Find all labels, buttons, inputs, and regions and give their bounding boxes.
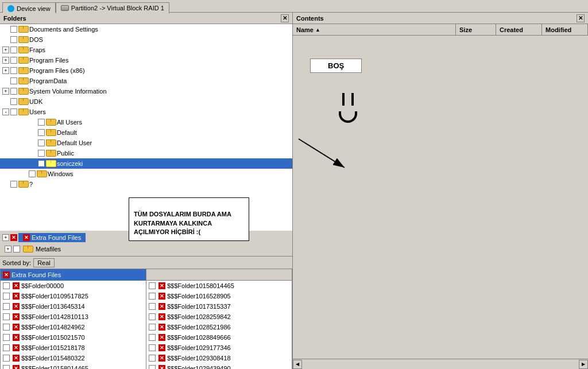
list-item[interactable]: ✕ $$$Folder1015021570 [1,332,146,343]
list-item[interactable]: ✕ $$$Folder1017315337 [146,301,292,312]
folder-icon-default [46,129,55,136]
tree-item-progdata[interactable]: ProgramData [0,76,292,86]
folders-close-button[interactable]: ✕ [281,14,289,22]
checkbox-fraps[interactable] [10,46,17,53]
tree-item-progfiles[interactable]: + Program Files [0,55,292,65]
checkbox-windows[interactable] [29,170,36,177]
list-item[interactable]: ✕ $$$Folder1015218178 [1,343,146,353]
plus-btn-eff[interactable]: + [2,234,9,241]
metafiles-row[interactable]: + Metafiles [2,243,290,255]
list-item[interactable]: ✕ $$$Folder1029439490 [146,363,292,369]
eff-row[interactable]: + ✕ ✕ Extra Found Files TÜM DOSYALARIM B… [2,232,290,243]
list-item[interactable]: ✕ $$$Folder10158014465 [146,281,292,291]
checkbox[interactable] [3,355,10,362]
checkbox[interactable] [3,344,10,351]
tree-item-soniczeki[interactable]: soniczeki [0,158,292,169]
col-header-name[interactable]: Name ▲ [293,24,456,35]
left-list-items[interactable]: ✕ $$Folder00000 ✕ $$$Folder10109517825 ✕ [1,281,146,369]
list-item[interactable]: ✕ $$Folder00000 [1,281,146,291]
list-item[interactable]: ✕ $$$Folder10142810113 [1,312,146,322]
checkbox-users[interactable] [10,108,17,115]
list-item[interactable]: ✕ $$$Folder10109517825 [1,291,146,301]
list-item[interactable]: ✕ $$$Folder1028521986 [146,322,292,332]
checkbox-progdata[interactable] [10,77,17,84]
checkbox[interactable] [3,334,10,341]
checkbox-progfilesx86[interactable] [10,67,17,74]
tree-item-progfilesx86[interactable]: + Program Files (x86) [0,65,292,76]
col-header-modified[interactable]: Modified [542,24,588,35]
checkbox[interactable] [149,344,156,351]
checkbox[interactable] [149,303,156,310]
checkbox[interactable] [3,365,10,369]
tab-device-view[interactable]: Device view [2,2,56,14]
folders-title-bar: Folders ✕ [0,13,292,24]
tree-item-sysvolinfo[interactable]: + System Volume Information [0,86,292,96]
tree-item-fraps[interactable]: + Fraps [0,45,292,55]
checkbox-sysvolinfo[interactable] [10,88,17,95]
tree-item-users[interactable]: - Users [0,107,292,117]
right-list-items[interactable]: ✕ $$$Folder10158014465 ✕ $$$Folder101652… [146,281,292,369]
tree-item-dos[interactable]: DOS [0,34,292,45]
expand-btn-progfilesx86[interactable]: + [2,67,9,74]
list-item[interactable]: ✕ $$$Folder1016528905 [146,291,292,301]
expand-btn-users[interactable]: - [2,108,9,115]
list-item[interactable]: ✕ $$$Folder10158014465 [1,363,146,369]
list-item[interactable]: ✕ $$$Folder1014824962 [1,322,146,332]
checkbox-udk[interactable] [10,98,17,105]
expand-btn-progfiles[interactable]: + [2,57,9,64]
checkbox[interactable] [149,293,156,300]
list-item[interactable]: ✕ $$$Folder1013645314 [1,301,146,312]
checkbox-public[interactable] [38,150,45,157]
scroll-right-btn[interactable]: ▶ [579,360,588,369]
checkbox-soniczeki[interactable] [38,160,45,167]
tree-item-question[interactable]: ? [0,179,292,189]
scroll-left-btn[interactable]: ◀ [293,360,302,369]
expand-btn-fraps[interactable]: + [2,46,9,53]
checkbox[interactable] [3,324,10,331]
list-item[interactable]: ✕ $$$Folder1029177346 [146,343,292,353]
checkbox-default[interactable] [38,129,45,136]
plus-btn-metafiles[interactable]: + [5,246,11,253]
list-item-label: $$$Folder1028849666 [167,334,231,341]
checkbox[interactable] [149,282,156,289]
tree-item-udk[interactable]: UDK [0,96,292,107]
checkbox[interactable] [149,355,156,362]
col-header-created[interactable]: Created [496,24,542,35]
checkbox-allusers[interactable] [38,119,45,126]
checkbox[interactable] [149,365,156,369]
checkbox[interactable] [149,313,156,320]
tab-partition2[interactable]: Partition2 -> Virtual Block RAID 1 [56,2,169,14]
list-item[interactable]: ✕ $$$Folder1028849666 [146,332,292,343]
list-item[interactable]: ✕ $$$Folder1029308418 [146,353,292,363]
checkbox[interactable] [3,313,10,320]
tree-item-default[interactable]: Default [0,127,292,138]
contents-close-button[interactable]: ✕ [577,14,585,22]
folder-icon-defaultuser [46,139,55,146]
contents-hscroll[interactable]: ◀ ▶ [293,359,588,369]
tree-label-default: Default [57,129,77,136]
checkbox[interactable] [3,293,10,300]
eff-label-box[interactable]: ✕ Extra Found Files [18,233,86,242]
tree-item-public[interactable]: Public [0,148,292,158]
checkbox-dos[interactable] [10,36,17,43]
checkbox-question[interactable] [10,181,17,188]
checkbox[interactable] [149,324,156,331]
scroll-track [302,360,579,369]
checkbox[interactable] [3,282,10,289]
checkbox-defaultuser[interactable] [38,139,45,146]
col-header-size[interactable]: Size [456,24,496,35]
checkbox-progfiles[interactable] [10,57,17,64]
checkbox-docs[interactable] [10,26,17,33]
tree-item-windows[interactable]: Windows [0,169,292,179]
tree-item-defaultuser[interactable]: Default User [0,138,292,148]
expand-btn-sysvolinfo[interactable]: + [2,88,9,95]
tree-item-docs[interactable]: Documents and Settings [0,24,292,34]
checkbox[interactable] [149,334,156,341]
sorted-real-button[interactable]: Real [33,258,55,267]
list-item[interactable]: ✕ $$$Folder1015480322 [1,353,146,363]
empty-label-box: BOŞ [310,59,362,73]
tree-item-allusers[interactable]: All Users [0,117,292,127]
checkbox[interactable] [3,303,10,310]
checkbox-metafiles[interactable] [13,246,20,253]
list-item[interactable]: ✕ $$$Folder1028259842 [146,312,292,322]
